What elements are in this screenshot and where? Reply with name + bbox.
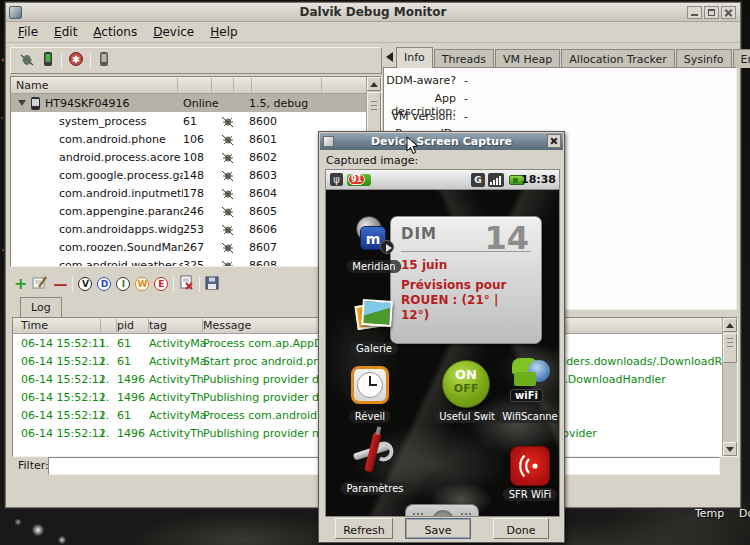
log-scrollbar[interactable]: [722, 318, 737, 456]
process-pid: 108: [183, 151, 215, 164]
status-clock: 18:38: [521, 173, 556, 186]
dialog-close-icon[interactable]: [547, 134, 561, 148]
svg-text:✱: ✱: [72, 54, 80, 65]
device-online-icon[interactable]: [41, 51, 55, 70]
process-port: 8604: [239, 187, 309, 200]
calendar-weather-widget[interactable]: DIM 14 15 juin Prévisions pour ROUEN : (…: [390, 216, 542, 344]
process-port: 8603: [239, 169, 309, 182]
device-toolbar: ✱: [10, 47, 382, 74]
window-title: Dalvik Debug Monitor: [6, 5, 740, 19]
menu-edit[interactable]: Edit: [46, 23, 85, 41]
process-name: system_process: [59, 115, 147, 128]
phone-home-screen: DIM 14 15 juin Prévisions pour ROUEN : (…: [326, 190, 559, 516]
tab-sysinfo[interactable]: Sysinfo: [676, 49, 732, 68]
log-tab[interactable]: Log: [20, 297, 62, 318]
toolbar-separator: [72, 276, 73, 292]
refresh-button[interactable]: Refresh: [335, 518, 393, 539]
desktop-icon-label-do[interactable]: Do: [739, 507, 750, 520]
tree-header-name: Name: [11, 79, 48, 92]
menu-file[interactable]: File: [10, 23, 46, 41]
process-port: 8600: [239, 115, 309, 128]
tab-info[interactable]: Info: [396, 47, 433, 68]
widget-forecast: Prévisions pour ROUEN : (21° | 12°): [401, 278, 513, 323]
filter-label: Filter:: [18, 459, 49, 472]
galerie-app-icon[interactable]: [354, 296, 394, 336]
field-value-ddm-aware: -: [456, 74, 468, 87]
captured-image-label: Captured image:: [326, 154, 418, 167]
parametres-app-icon[interactable]: [351, 432, 395, 478]
attach-debugger-icon[interactable]: [19, 51, 35, 70]
delete-filter-icon[interactable]: —: [53, 278, 67, 290]
scroll-down-button[interactable]: [723, 442, 737, 456]
scroll-up-button[interactable]: [367, 77, 381, 91]
scrollbar-thumb[interactable]: [723, 333, 737, 363]
close-button[interactable]: [721, 6, 736, 19]
log-level-warn-icon[interactable]: W: [135, 277, 149, 291]
save-log-icon[interactable]: [205, 276, 219, 293]
tab-vm-heap[interactable]: VM Heap: [495, 49, 560, 68]
toolbar-separator: [173, 276, 174, 292]
scroll-up-button[interactable]: [723, 318, 737, 332]
done-button[interactable]: Done: [493, 518, 549, 539]
app-label-wifiscanner: WifiScanne: [496, 410, 559, 423]
process-name: android.process.acore: [59, 151, 181, 164]
expander-icon[interactable]: [18, 100, 26, 106]
edit-filter-icon[interactable]: [32, 275, 48, 293]
log-level-verbose-icon[interactable]: V: [78, 277, 92, 291]
app-label-sfr-wifi: SFR WiFi: [503, 488, 557, 501]
reveil-app-icon[interactable]: [351, 366, 389, 404]
log-toolbar: + — V D I W E: [14, 273, 219, 295]
toolbar-separator: [199, 276, 200, 292]
process-port: 8608: [239, 259, 309, 268]
process-name: com.androidapps.widget.base: [59, 223, 183, 236]
app-label-reveil: Réveil: [349, 410, 391, 423]
process-row[interactable]: system_process 61 8600: [11, 112, 381, 130]
process-port: 8607: [239, 241, 309, 254]
device-offline-icon[interactable]: [97, 51, 111, 70]
meridian-app-icon[interactable]: m: [354, 216, 394, 256]
tab-scroll-left-icon[interactable]: [386, 52, 393, 62]
menu-actions[interactable]: Actions: [85, 23, 145, 41]
maximize-button[interactable]: [704, 6, 719, 19]
device-icon: [31, 97, 40, 110]
signal-strength-icon: [488, 173, 504, 187]
minimize-button[interactable]: [687, 6, 702, 19]
menu-device[interactable]: Device: [145, 23, 202, 41]
menu-help[interactable]: Help: [202, 23, 245, 41]
process-pid: 267: [183, 241, 215, 254]
window-titlebar[interactable]: Dalvik Debug Monitor: [6, 3, 740, 22]
notification-count-badge: 91: [348, 174, 365, 185]
process-name: com.google.process.gapps: [59, 169, 183, 182]
tree-header[interactable]: Name: [11, 77, 381, 94]
tab-threads[interactable]: Threads: [434, 49, 494, 68]
phone-screenshot: ψ 91 G 18:38 DIM 14 15 juin Prévisions p…: [326, 170, 559, 516]
sfr-wifi-app-icon[interactable]: [510, 446, 550, 486]
field-label-vm-version: VM version:: [384, 110, 456, 123]
toolbar-separator: [61, 53, 62, 69]
add-filter-icon[interactable]: +: [14, 278, 27, 290]
desktop-icon-label-temp[interactable]: Temp: [695, 507, 724, 520]
drawer-dots: [412, 512, 424, 516]
dialog-titlebar[interactable]: Device Screen Capture: [320, 133, 563, 150]
app-label-meridian: Meridian: [346, 260, 401, 273]
wifiscanner-app-icon[interactable]: wiFi: [508, 358, 550, 402]
field-value-vm-version: -: [456, 110, 468, 123]
kill-process-icon[interactable]: ✱: [68, 51, 84, 70]
log-level-debug-icon[interactable]: D: [97, 277, 111, 291]
process-port: 8602: [239, 151, 309, 164]
useful-switcher-app-icon[interactable]: ON OFF: [442, 360, 490, 408]
log-level-info-icon[interactable]: I: [116, 277, 130, 291]
process-port: 8605: [239, 205, 309, 218]
process-pid: 253: [183, 223, 215, 236]
tab-allocation-tracker[interactable]: Allocation Tracker: [561, 49, 674, 68]
debug-bug-icon: [215, 169, 239, 182]
clear-log-icon[interactable]: [179, 275, 194, 293]
app-label-useful-switcher: Useful Swit: [433, 410, 501, 423]
app-drawer-handle[interactable]: [405, 504, 479, 516]
debug-bug-icon: [215, 259, 239, 268]
save-button[interactable]: Save: [405, 518, 471, 539]
device-row[interactable]: HT94SKF04916 Online 1.5, debug: [11, 94, 381, 112]
column-level: [101, 319, 117, 333]
tab-emulator-control[interactable]: Emulator Control: [733, 49, 750, 68]
log-level-error-icon[interactable]: E: [154, 277, 168, 291]
